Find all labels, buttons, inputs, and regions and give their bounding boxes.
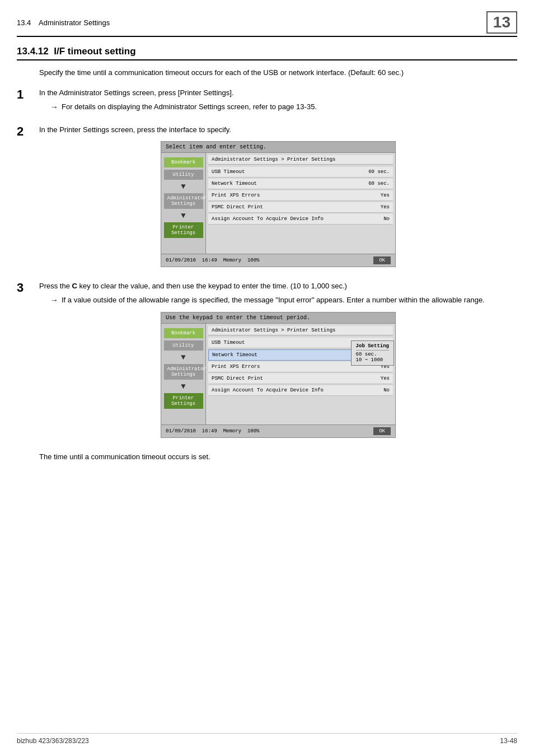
row-3-label: PSMC Direct Print bbox=[212, 204, 263, 210]
screen1-row-3[interactable]: PSMC Direct Print Yes bbox=[208, 202, 393, 213]
s2-row-1-label: Network Timeout bbox=[212, 352, 257, 358]
step-2-content: In the Printer Settings screen, press th… bbox=[39, 124, 517, 273]
step-2-number: 2 bbox=[17, 124, 39, 139]
screen1-body: Bookmark Utility ▼ Administrator Setting… bbox=[161, 153, 395, 254]
admin-arrow-2: ▼ bbox=[181, 382, 185, 391]
screen2-ok-btn[interactable]: OK bbox=[373, 427, 391, 435]
bookmark-btn-1[interactable]: Bookmark bbox=[164, 157, 203, 167]
admin-arrow-1: ▼ bbox=[181, 211, 185, 220]
screen1-main: Administrator Settings > Printer Setting… bbox=[206, 153, 395, 254]
step-3-number: 3 bbox=[17, 281, 39, 295]
screen2-main: Administrator Settings > Printer Setting… bbox=[206, 324, 395, 424]
admin-btn-1[interactable]: Administrator Settings bbox=[164, 193, 203, 209]
step-1-content: In the Administrator Settings screen, pr… bbox=[39, 87, 517, 117]
screen1-ok-btn[interactable]: OK bbox=[373, 256, 391, 264]
row-0-label: USB Timeout bbox=[212, 169, 245, 175]
step-3: 3 Press the C key to clear the value, an… bbox=[17, 281, 517, 444]
screen2-sidebar: Bookmark Utility ▼ Administrator Setting… bbox=[161, 324, 206, 424]
bookmark-btn-2[interactable]: Bookmark bbox=[164, 328, 203, 338]
job-setting-popup: Job Setting 60 sec. 10 ~ 1000 bbox=[351, 340, 394, 366]
screen1-top-bar: Select item and enter setting. bbox=[161, 142, 395, 153]
row-4-value: No bbox=[383, 216, 390, 222]
step-2-text: In the Printer Settings screen, press th… bbox=[39, 124, 517, 136]
printer-btn-1[interactable]: Printer Settings bbox=[164, 222, 203, 238]
screen2-footer: 01/09/2010 16:49 Memory 100% OK bbox=[161, 424, 395, 437]
section-title: 13.4.12 I/F timeout setting bbox=[17, 46, 517, 60]
screen1-footer: 01/09/2010 16:49 Memory 100% OK bbox=[161, 254, 395, 267]
screen1-breadcrumb: Administrator Settings > Printer Setting… bbox=[208, 155, 393, 165]
s2-row-3-label: PSMC Direct Print bbox=[212, 376, 263, 381]
s2-row-3-value: Yes bbox=[381, 376, 390, 381]
screen2-top-bar: Use the keypad to enter the timeout peri… bbox=[161, 312, 395, 324]
row-4-label: Assign Account To Acquire Device Info bbox=[212, 216, 324, 222]
row-2-label: Print XPS Errors bbox=[212, 193, 260, 198]
screen1-row-4[interactable]: Assign Account To Acquire Device Info No bbox=[208, 214, 393, 225]
screen1-sidebar: Bookmark Utility ▼ Administrator Setting… bbox=[161, 153, 206, 254]
row-1-value: 60 sec. bbox=[368, 181, 390, 186]
screen-mockup-1: Select item and enter setting. Bookmark … bbox=[161, 141, 396, 267]
s2-row-4-value: No bbox=[383, 388, 390, 393]
screen2-breadcrumb: Administrator Settings > Printer Setting… bbox=[208, 326, 393, 335]
s2-row-0-label: USB Timeout bbox=[212, 340, 245, 346]
step-2: 2 In the Printer Settings screen, press … bbox=[17, 124, 517, 273]
row-0-value: 60 sec. bbox=[368, 169, 390, 175]
page-footer: bizhub 423/363/283/223 13-48 bbox=[17, 733, 517, 745]
step-3-content: Press the C key to clear the value, and … bbox=[39, 281, 517, 444]
intro-text: Specify the time until a communication t… bbox=[39, 67, 517, 78]
screen1-date: 01/09/2010 16:49 Memory 100% bbox=[166, 258, 259, 263]
row-3-value: Yes bbox=[381, 204, 390, 210]
step-1: 1 In the Administrator Settings screen, … bbox=[17, 87, 517, 117]
admin-btn-2[interactable]: Administrator Settings bbox=[164, 364, 203, 380]
conclusion-text: The time until a communication timeout o… bbox=[39, 452, 517, 461]
popup-line2: 10 ~ 1000 bbox=[356, 357, 389, 363]
screen1-row-0[interactable]: USB Timeout 60 sec. bbox=[208, 167, 393, 178]
arrow-icon-3: → bbox=[50, 295, 58, 306]
step-1-arrow: → For details on displaying the Administ… bbox=[50, 101, 517, 113]
page-header: 13.4 Administrator Settings 13 bbox=[17, 11, 517, 37]
utility-arrow-1: ▼ bbox=[181, 182, 185, 191]
step-1-arrow-text: For details on displaying the Administra… bbox=[62, 101, 317, 113]
step-1-number: 1 bbox=[17, 87, 39, 102]
printer-btn-2[interactable]: Printer Settings bbox=[164, 393, 203, 409]
step-3-arrow: → If a value outside of the allowable ra… bbox=[50, 295, 517, 306]
screen1-row-2[interactable]: Print XPS Errors Yes bbox=[208, 190, 393, 201]
popup-line1: 60 sec. bbox=[356, 352, 389, 357]
screen-mockup-2: Use the keypad to enter the timeout peri… bbox=[161, 312, 396, 438]
step-3-text: Press the C key to clear the value, and … bbox=[39, 281, 517, 292]
row-1-label: Network Timeout bbox=[212, 181, 257, 186]
s2-row-2-label: Print XPS Errors bbox=[212, 364, 260, 370]
chapter-number: 13 bbox=[486, 11, 517, 34]
screen2-body: Bookmark Utility ▼ Administrator Setting… bbox=[161, 324, 395, 424]
footer-left: bizhub 423/363/283/223 bbox=[17, 737, 89, 745]
screen2-date: 01/09/2010 16:49 Memory 100% bbox=[166, 428, 259, 434]
step-1-text: In the Administrator Settings screen, pr… bbox=[39, 87, 517, 99]
row-2-value: Yes bbox=[381, 193, 390, 198]
step-3-arrow-text: If a value outside of the allowable rang… bbox=[62, 295, 485, 306]
header-section-ref: 13.4 Administrator Settings bbox=[17, 18, 110, 27]
arrow-icon-1: → bbox=[50, 101, 58, 113]
footer-right: 13-48 bbox=[500, 737, 517, 745]
s2-row-4-label: Assign Account To Acquire Device Info bbox=[212, 388, 324, 393]
screen1-row-1[interactable]: Network Timeout 60 sec. bbox=[208, 179, 393, 189]
screen2-row-4[interactable]: Assign Account To Acquire Device Info No bbox=[208, 385, 393, 396]
utility-btn-2[interactable]: Utility bbox=[164, 340, 203, 351]
utility-btn-1[interactable]: Utility bbox=[164, 170, 203, 180]
screen2-row-3[interactable]: PSMC Direct Print Yes bbox=[208, 374, 393, 384]
utility-arrow-2: ▼ bbox=[181, 353, 185, 362]
popup-title: Job Setting bbox=[356, 343, 389, 351]
